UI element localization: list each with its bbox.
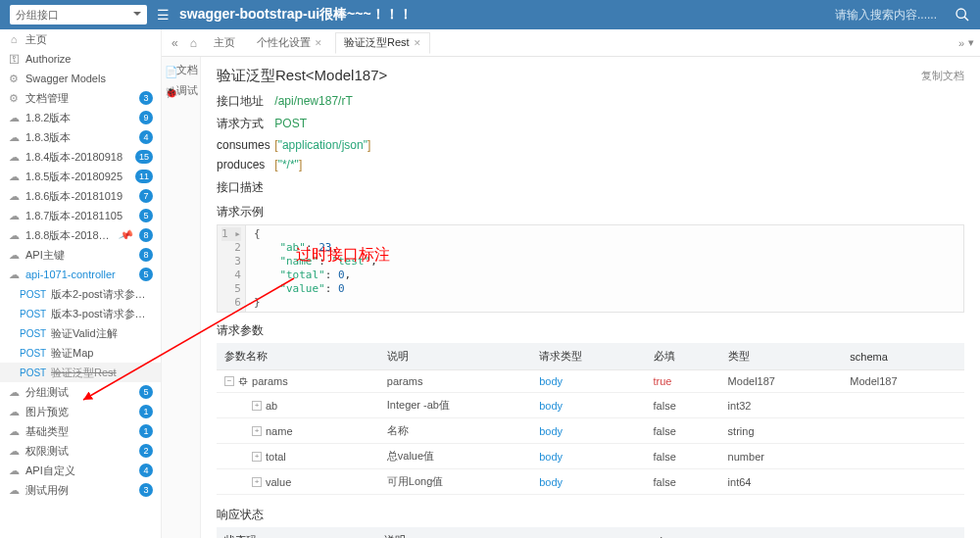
sidebar-item-label: Authorize — [25, 53, 153, 65]
sidebar-item[interactable]: ⌂主页 — [0, 29, 161, 49]
svg-point-0 — [956, 9, 965, 18]
close-icon[interactable]: ✕ — [414, 38, 421, 48]
param-required: false — [646, 444, 720, 469]
example-code: 1 ▸23456 { "ab": 23, "name": "test", "to… — [217, 224, 964, 313]
col-header: schema — [641, 527, 964, 538]
close-icon[interactable]: ✕ — [315, 38, 322, 48]
home-icon[interactable]: ⌂ — [186, 36, 201, 50]
sidebar-item-label: API自定义 — [25, 464, 133, 478]
tab-home[interactable]: 主页 — [205, 32, 244, 54]
cloud-icon: ☁ — [8, 112, 20, 124]
count-badge: 4 — [139, 464, 153, 477]
tab-nav-left-icon[interactable]: « — [168, 36, 182, 50]
group-select[interactable]: 分组接口 — [10, 5, 147, 24]
param-type: int64 — [720, 469, 843, 495]
tab-nav-right-icon[interactable]: » — [958, 37, 964, 49]
col-header: 状态码 — [217, 527, 376, 538]
addr-label: 接口地址 — [217, 93, 271, 110]
inner-tab-doc[interactable]: 📄文档 — [165, 63, 198, 77]
expand-icon[interactable]: + — [252, 452, 262, 462]
expand-icon[interactable]: + — [252, 477, 262, 487]
count-badge: 4 — [139, 130, 153, 144]
search-input[interactable]: 请输入搜索内容...... — [835, 7, 937, 24]
sidebar-item-label: 1.8.8版本-20181208 — [25, 228, 114, 243]
sidebar-item[interactable]: ☁1.8.5版本-2018092511 — [0, 167, 161, 186]
param-schema: Model187 — [842, 370, 964, 393]
param-type: Model187 — [720, 370, 843, 393]
param-reqtype: body — [531, 393, 645, 418]
pin-icon: 📌 — [118, 226, 135, 243]
param-desc: params — [379, 370, 531, 393]
expand-icon[interactable]: + — [252, 401, 262, 411]
tab-menu-icon[interactable]: ▾ — [968, 36, 974, 49]
menu-toggle-icon[interactable]: ☰ — [157, 7, 170, 23]
sidebar-item-label: 验证泛型Rest — [51, 366, 153, 380]
sidebar-item[interactable]: ⚿Authorize — [0, 49, 161, 69]
param-schema — [842, 418, 964, 444]
sidebar-item-label: 基础类型 — [25, 424, 133, 439]
sidebar-item-label: 分组测试 — [25, 385, 133, 400]
count-badge: 5 — [139, 385, 153, 399]
sidebar-item[interactable]: ☁1.8.3版本4 — [0, 127, 161, 147]
addr-value: /api/new187/rT — [274, 94, 352, 108]
desc-label: 接口描述 — [217, 179, 964, 196]
sidebar-item[interactable]: ☁API主键8 — [0, 245, 161, 265]
copy-doc-link[interactable]: 复制文档 — [921, 69, 964, 83]
sidebar-item[interactable]: ⚙文档管理3 — [0, 88, 161, 108]
param-required: false — [646, 469, 720, 495]
sidebar-item[interactable]: ☁api-1071-controller5 — [0, 265, 161, 284]
search-icon[interactable] — [955, 7, 970, 23]
sidebar-sub-item[interactable]: POST验证泛型Rest — [0, 363, 161, 382]
sidebar-item[interactable]: ☁基础类型1 — [0, 421, 161, 441]
sidebar-item[interactable]: ☁1.8.2版本9 — [0, 108, 161, 127]
cloud-icon: ☁ — [8, 210, 20, 222]
param-name: + name — [217, 418, 379, 444]
method-label: 请求方式 — [217, 116, 271, 132]
count-badge: 5 — [139, 268, 153, 281]
param-name: + ab — [217, 393, 379, 418]
param-type: number — [720, 444, 843, 469]
tab-generic-rest[interactable]: 验证泛型Rest✕ — [335, 32, 430, 54]
param-reqtype: body — [531, 418, 645, 444]
sidebar-sub-item[interactable]: POST版本3-post请求参数Hidden属性是否生效 — [0, 304, 161, 323]
sidebar-item[interactable]: ☁1.8.8版本-20181208📌8 — [0, 225, 161, 245]
sidebar-item-label: 1.8.6版本-20181019 — [25, 189, 133, 204]
sidebar-item[interactable]: ⚙Swagger Models — [0, 69, 161, 88]
sidebar-item[interactable]: ☁1.8.4版本-2018091815 — [0, 147, 161, 167]
sidebar-item[interactable]: ☁1.8.7版本-201811055 — [0, 206, 161, 225]
sidebar-item[interactable]: ☁1.8.6版本-201810197 — [0, 186, 161, 206]
home-icon: ⌂ — [8, 33, 20, 45]
resp-label: 响应状态 — [217, 507, 964, 523]
operation-title: 验证泛型Rest<Model187> — [217, 67, 921, 85]
key-icon: ⚿ — [8, 53, 20, 65]
sidebar-sub-item[interactable]: POST版本2-post请求参数Hidden属性是否生效 — [0, 284, 161, 304]
sidebar-sub-item[interactable]: POST验证Valid注解 — [0, 323, 161, 343]
inner-tab-debug[interactable]: 🐞调试 — [165, 83, 198, 98]
param-schema — [842, 469, 964, 495]
sidebar-item[interactable]: ☁图片预览1 — [0, 402, 161, 421]
gear-icon: ⚙ — [8, 92, 20, 105]
cloud-icon: ☁ — [8, 484, 20, 497]
http-method: POST — [20, 348, 45, 359]
tab-personalization[interactable]: 个性化设置✕ — [248, 32, 331, 54]
sidebar-sub-item[interactable]: POST验证Map — [0, 343, 161, 363]
param-name: + value — [217, 469, 379, 495]
inner-tabs: 📄文档 🐞调试 — [162, 57, 201, 538]
sidebar-item[interactable]: ☁API自定义4 — [0, 461, 161, 480]
sidebar-item[interactable]: ☁权限测试2 — [0, 441, 161, 461]
sidebar-item[interactable]: ☁测试用例3 — [0, 480, 161, 500]
table-row: + value可用Long值bodyfalseint64 — [217, 469, 964, 495]
expand-icon[interactable]: + — [252, 426, 262, 436]
params-table: 参数名称说明请求类型必填类型schema − ⯐ paramsparamsbod… — [217, 343, 964, 495]
sidebar-item-label: 图片预览 — [25, 405, 133, 419]
sidebar-item[interactable]: ☁分组测试5 — [0, 382, 161, 402]
count-badge: 7 — [139, 189, 153, 203]
cloud-icon: ☁ — [8, 229, 20, 242]
cloud-icon: ☁ — [8, 171, 20, 183]
count-badge: 2 — [139, 444, 153, 458]
count-badge: 3 — [139, 91, 153, 105]
table-row: − ⯐ paramsparamsbodytrueModel187Model187 — [217, 370, 964, 393]
col-header: 类型 — [720, 343, 843, 370]
param-desc: 总value值 — [379, 444, 531, 469]
collapse-icon[interactable]: − — [224, 376, 234, 386]
